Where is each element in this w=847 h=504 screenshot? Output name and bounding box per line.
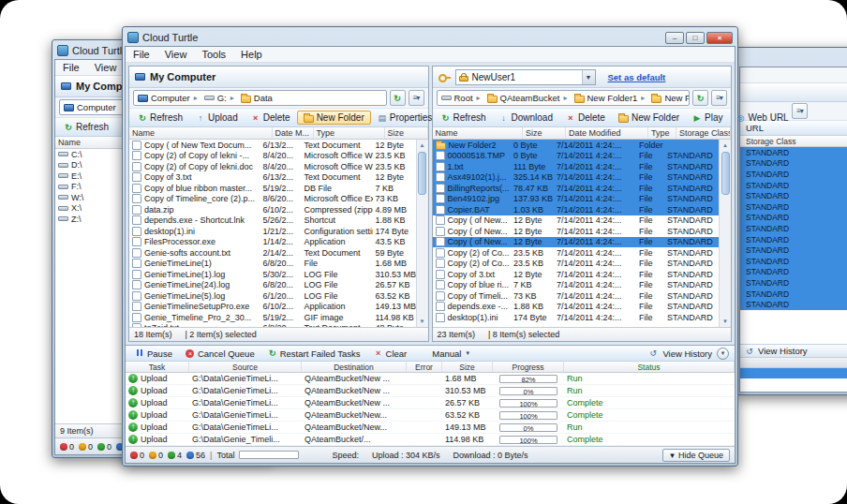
file-row[interactable]: FilesProcessor.exe 1/14/2... Application… [129,237,416,248]
file-row[interactable]: Copy of Timeli... 73 KB 7/14/2011 4:24:.… [433,290,720,302]
scroll-down-button[interactable]: ▼ [416,316,428,327]
queue-column-task[interactable]: Task [126,362,189,372]
breadcrumb-segment[interactable]: Root [441,93,473,103]
breadcrumb-segment[interactable]: New Folder1 [637,93,690,103]
set-as-default-link[interactable]: Set as default [608,72,666,82]
queue-toolbar-button[interactable]: Clear [367,347,414,361]
breadcrumb-segment[interactable]: Computer [64,102,116,112]
file-row[interactable]: Copy of 3.txt 6/13/2... Text Document 12… [129,172,416,184]
queue-task-row[interactable]: Upload G:\Data\GenieTimeLi... QAteamBuck… [126,409,735,422]
file-row[interactable]: data.zip 6/10/2... Compressed (zipped) .… [129,204,416,215]
storage-row[interactable]: STANDARD [740,158,847,170]
column-header-type[interactable]: Type [314,127,385,139]
file-row[interactable]: Genie-softs account.txt 2/14/2... Text D… [129,247,416,259]
main-window[interactable]: Cloud Turtle FileViewToolsHelp My Comput… [122,26,738,467]
queue-column-source[interactable]: Source [189,362,302,372]
view-history-button[interactable]: View History [662,348,712,359]
file-row[interactable]: Asx49102(1).j... 325.14 KB 7/14/2011 4:2… [433,172,720,184]
refresh-path-button[interactable] [692,90,708,106]
file-row[interactable]: Copy (2) of Co... 23.5 KB 7/14/2011 4:24… [433,247,720,259]
menu-item[interactable]: View [87,62,125,73]
column-header-name[interactable]: Name [433,127,524,139]
menu-item[interactable]: File [126,49,157,60]
layout-menu-button[interactable] [409,90,424,106]
file-row[interactable]: Genie_Timeline_Pro_2_30... 5/19/2... GIF… [129,312,416,323]
file-row[interactable]: New Folder2 0 Byte 7/14/2011 4:24:... Fo… [433,140,720,151]
file-row[interactable]: Copy of blue ribbon master... 5/19/2... … [129,183,416,194]
queue-column-destination[interactable]: Destination [302,362,407,372]
queue-task-row[interactable]: Upload G:\Data\GenieTimeLi... QAteamBuck… [126,385,735,397]
file-row[interactable]: 1.txt 111 Byte 7/14/2011 4:24:... File S… [433,161,720,172]
toolbar-button[interactable]: Delete [559,111,612,125]
background-window-right[interactable]: URL Storage Class STANDARDSTANDARDSTANDA… [736,47,847,395]
storage-row[interactable]: STANDARD [740,267,847,278]
menu-item[interactable]: Tools [194,49,233,60]
storage-row[interactable]: STANDARD [740,213,847,224]
scroll-up-button[interactable]: ▲ [416,140,428,151]
breadcrumb-segment[interactable]: Data [227,93,273,103]
file-row[interactable]: 00000518.TMP 0 Byte 7/14/2011 4:24:... F… [433,151,720,162]
toolbar-button[interactable]: Upload [189,111,245,125]
queue-task-row[interactable]: Upload G:\Data\GenieTimeLi... QAteamBuck… [126,422,735,434]
view-history-bar[interactable]: View History [740,344,847,357]
file-row[interactable]: Copy of 3.txt 12 Byte 7/14/2011 4:24:...… [433,269,720,280]
file-row[interactable]: Copy (2) of Copy of lekni -... 8/4/20...… [129,151,416,162]
menu-item[interactable]: File [55,62,87,73]
storage-row[interactable]: STANDARD [740,277,847,289]
toolbar-button[interactable]: Play [686,111,729,125]
queue-column-size[interactable]: Size [442,362,493,372]
file-row[interactable]: Copier.BAT 1.03 KB 7/14/2011 4:24:... Fi… [433,204,720,215]
breadcrumb-segment[interactable]: Computer [138,93,190,103]
toolbar-button[interactable]: Delete [245,111,297,125]
file-row[interactable]: GenieTimeLine(5).log 6/1/20... LOG File … [129,290,416,302]
file-row[interactable]: depends.exe -... 1.88 KB 7/14/2011 4:24:… [433,302,720,313]
toolbar-button[interactable]: Refresh [131,111,189,125]
file-row[interactable]: Copy ( of New... 12 Byte 7/14/2011 4:24:… [433,226,720,237]
file-row[interactable]: Copy (2) of Copy of lekni.doc 8/4/20... … [129,161,416,172]
storage-row[interactable]: STANDARD [740,234,847,245]
file-row[interactable]: Copy (2) of Co... 23.5 KB 7/14/2011 4:24… [433,259,720,270]
vertical-scrollbar[interactable]: ▲ ▼ [416,140,428,327]
queue-column-error[interactable]: Error [407,362,442,372]
breadcrumb[interactable]: ComputerG:Data [133,90,387,106]
file-row[interactable]: desktop(1).ini 174 Byte 7/14/2011 4:24:.… [433,312,720,323]
storage-row[interactable]: STANDARD [740,169,847,180]
scroll-up-button[interactable]: ▲ [720,140,732,151]
column-header-storage-class[interactable]: Storage Class [676,127,731,139]
queue-task-row[interactable]: Upload G:\Data\Genie_Timeli... QAteamBuc… [126,434,735,446]
file-row[interactable]: Copy ( of New Text Docum... 6/13/2... Te… [129,140,416,151]
toolbar-button[interactable]: Download [493,111,559,125]
file-row[interactable]: GenieTimeLine(24).log 6/8/20... LOG File… [129,280,416,291]
file-row[interactable]: Copy of blue ri... 7 KB 7/14/2011 4:24:.… [433,280,720,291]
queue-column-progress[interactable]: Progress [493,362,564,372]
file-row[interactable]: GenieTimeLine(1).log 5/30/2... LOG File … [129,269,416,280]
queue-task-row[interactable]: Upload G:\Data\GenieTimeLi... QAteamBuck… [126,373,735,385]
column-header-name[interactable]: Name [129,127,273,139]
queue-column-status[interactable]: Status [564,362,735,372]
file-row[interactable]: desktop(1).ini 1/21/2... Configuration s… [129,226,416,237]
vertical-scrollbar[interactable]: ▲ ▼ [719,140,731,327]
column-header-date[interactable]: Date M... [273,127,314,139]
storage-row[interactable]: STANDARD [740,256,847,267]
file-row[interactable]: depends.exe - Shortcut.lnk 5/26/2... Sho… [129,215,416,227]
queue-toolbar-button[interactable]: Pause [128,347,179,361]
queue-toolbar-button[interactable]: Restart Failed Tasks [261,347,367,361]
account-select[interactable]: NewUser1 ▼ [455,69,596,85]
close-button[interactable] [706,32,733,44]
storage-row[interactable]: STANDARD [740,223,847,234]
hide-queue-button[interactable]: ▾ Hide Queue [662,449,730,462]
queue-toolbar-button[interactable]: Cancel Queue [179,347,261,361]
file-row[interactable]: BillingReports(... 78.47 KB 7/14/2011 4:… [433,183,720,194]
toolbar-button[interactable]: New Folder [612,111,686,125]
column-header-size[interactable]: Size [385,127,428,139]
scroll-thumb[interactable] [418,152,426,195]
breadcrumb[interactable]: RootQAteamBucketNew Folder1New Folder1 [437,90,691,106]
scroll-down-button[interactable]: ▼ [720,316,732,327]
file-row[interactable]: GenieTimelineSetupPro.exe 6/10/2... Appl… [129,302,416,313]
menu-item[interactable]: View [157,49,195,60]
toolbar-button[interactable]: Properties [371,111,439,125]
queue-task-row[interactable]: Upload G:\Data\GenieTimeLi... QAteamBuck… [126,397,735,409]
column-header-date-modified[interactable]: Date Modified [566,127,648,139]
file-row[interactable]: Copy ( of New... 12 Byte 7/14/2011 4:24:… [433,215,720,227]
storage-row[interactable]: STANDARD [740,180,847,191]
